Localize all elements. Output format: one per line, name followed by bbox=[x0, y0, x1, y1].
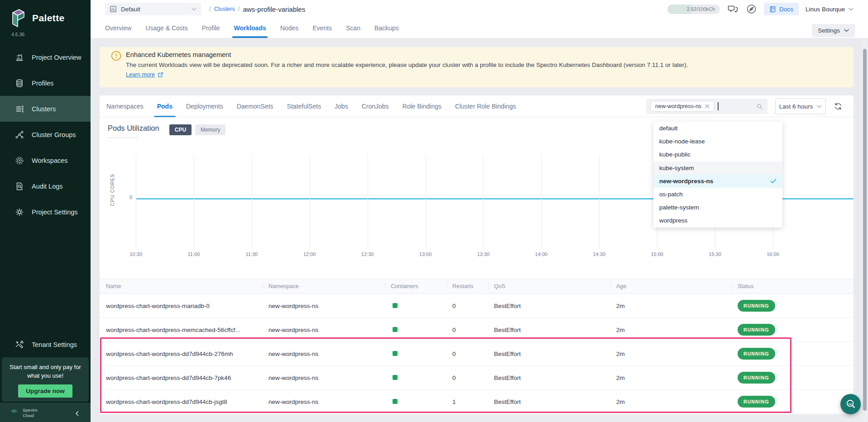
namespace-option-kube-node-lease[interactable]: kube-node-lease bbox=[653, 135, 782, 148]
sidebar-item-project-overview[interactable]: Project Overview bbox=[0, 44, 91, 70]
namespace-option-default[interactable]: default bbox=[653, 122, 782, 135]
vertical-scrollbar[interactable] bbox=[863, 41, 867, 422]
x-axis-tick-label: 14:00 bbox=[528, 251, 555, 257]
tab-scan[interactable]: Scan bbox=[346, 18, 360, 38]
cell-name: wordpress-chart-wordpress-dd7d944cb-7pk4… bbox=[106, 375, 263, 381]
tab-usage-costs[interactable]: Usage & Costs bbox=[145, 18, 187, 38]
namespace-option-label: kube-system bbox=[659, 165, 694, 171]
chevron-down-icon bbox=[192, 8, 197, 11]
sidebar-item-clusters[interactable]: Clusters bbox=[0, 96, 91, 122]
namespace-option-kube-public[interactable]: kube-public bbox=[653, 148, 782, 161]
chart-gridline bbox=[310, 155, 310, 249]
subtab-namespaces[interactable]: Namespaces bbox=[106, 95, 144, 117]
tab-profile[interactable]: Profile bbox=[202, 18, 220, 38]
toggle-cpu[interactable]: CPU bbox=[169, 124, 192, 135]
collapse-sidebar-icon[interactable] bbox=[75, 410, 82, 416]
x-axis-tick-label: 13:30 bbox=[470, 251, 497, 257]
x-axis-tick-label: 16:00 bbox=[759, 251, 786, 257]
cell-containers bbox=[385, 375, 446, 381]
sidebar-item-cluster-groups[interactable]: Cluster Groups bbox=[0, 122, 91, 147]
subtab-daemonsets[interactable]: DaemonSets bbox=[237, 95, 273, 117]
breadcrumb-clusters-link[interactable]: Clusters bbox=[214, 6, 235, 12]
project-selector[interactable]: Default bbox=[105, 3, 201, 15]
learn-more-link[interactable]: Learn more bbox=[126, 71, 163, 78]
toggle-memory[interactable]: Memory bbox=[195, 124, 225, 135]
cell-age: 2m bbox=[610, 398, 732, 405]
sidebar-item-profiles[interactable]: Profiles bbox=[0, 70, 91, 96]
x-axis-tick-label: 15:30 bbox=[701, 251, 729, 257]
scrollbar-thumb[interactable] bbox=[863, 49, 867, 411]
support-chat-button[interactable] bbox=[840, 394, 861, 414]
usage-quota-value: 2.52/100kCh bbox=[687, 5, 715, 14]
subtab-deployments[interactable]: Deployments bbox=[186, 95, 223, 117]
subtab-jobs[interactable]: Jobs bbox=[335, 95, 348, 117]
tab-nodes[interactable]: Nodes bbox=[280, 18, 298, 38]
column-header-age[interactable]: Age bbox=[610, 279, 732, 294]
cell-containers bbox=[385, 398, 446, 405]
chart-gridline bbox=[368, 155, 368, 249]
column-header-status[interactable]: Status bbox=[732, 279, 854, 294]
close-icon[interactable] bbox=[705, 104, 710, 109]
tenant-settings-icon bbox=[15, 340, 24, 349]
table-row[interactable]: wordpress-chart-wordpress-dd7d944cb-7pk4… bbox=[100, 366, 854, 390]
sidebar-item-label: Profiles bbox=[32, 80, 53, 87]
namespace-option-wordpress[interactable]: wordpress bbox=[653, 214, 782, 227]
chart-gridline bbox=[426, 155, 426, 249]
cell-age: 2m bbox=[610, 375, 732, 381]
time-range-select[interactable]: Last 6 hours bbox=[775, 98, 826, 114]
namespace-option-os-patch[interactable]: os-patch bbox=[653, 188, 782, 201]
help-compass-icon[interactable] bbox=[746, 4, 757, 14]
cell-restarts: 0 bbox=[446, 351, 488, 357]
x-axis-tick-label: 11:00 bbox=[180, 251, 207, 257]
table-row[interactable]: wordpress-chart-wordpress-dd7d944cb-jsgt… bbox=[100, 390, 854, 414]
palette-logo[interactable]: Palette bbox=[0, 0, 91, 28]
breadcrumb-separator: / bbox=[209, 5, 211, 13]
sidebar-item-tenant-settings[interactable]: Tenant Settings bbox=[0, 332, 91, 357]
book-icon bbox=[769, 6, 776, 13]
deprecation-banner: Enhanced Kubernetes management The curre… bbox=[100, 47, 854, 87]
upgrade-now-button[interactable]: Upgrade now bbox=[18, 384, 72, 398]
sidebar-item-project-settings[interactable]: Project Settings bbox=[0, 199, 91, 225]
subtab-pods[interactable]: Pods bbox=[157, 95, 173, 117]
sidebar-item-audit-logs[interactable]: Audit Logs bbox=[0, 173, 91, 199]
cell-restarts: 0 bbox=[446, 303, 488, 309]
subtab-cronjobs[interactable]: CronJobs bbox=[362, 95, 389, 117]
sidebar-item-label: Clusters bbox=[32, 105, 56, 113]
column-header-qos[interactable]: QoS bbox=[488, 279, 610, 294]
settings-button[interactable]: Settings bbox=[812, 24, 855, 37]
refresh-icon[interactable] bbox=[834, 102, 842, 110]
user-menu[interactable]: Linus Bourque bbox=[806, 6, 854, 13]
column-header-restarts[interactable]: Restarts bbox=[446, 279, 488, 294]
app-version: 4.6.36 bbox=[0, 28, 91, 37]
tab-workloads[interactable]: Workloads bbox=[234, 18, 266, 38]
tab-overview[interactable]: Overview bbox=[105, 18, 131, 38]
table-row[interactable]: wordpress-chart-wordpress-memcached-56cf… bbox=[100, 318, 854, 342]
tab-events[interactable]: Events bbox=[312, 18, 332, 38]
table-row[interactable]: wordpress-chart-wordpress-mariadb-0new-w… bbox=[100, 294, 854, 318]
column-header-name[interactable]: Name bbox=[106, 279, 263, 294]
subtab-cluster-role-bindings[interactable]: Cluster Role Bindings bbox=[455, 95, 516, 117]
column-header-containers[interactable]: Containers bbox=[385, 279, 446, 294]
cell-name: wordpress-chart-wordpress-mariadb-0 bbox=[106, 303, 263, 309]
x-axis-tick-label: 14:30 bbox=[585, 251, 613, 257]
subtab-role-bindings[interactable]: Role Bindings bbox=[403, 95, 441, 117]
docs-button[interactable]: Docs bbox=[764, 3, 799, 15]
table-row[interactable]: wordpress-chart-wordpress-dd7d944cb-276m… bbox=[100, 342, 854, 366]
chevron-down-icon bbox=[817, 105, 822, 108]
cell-containers bbox=[385, 351, 446, 357]
namespace-option-kube-system[interactable]: kube-system bbox=[653, 161, 782, 175]
cell-status: RUNNING bbox=[732, 300, 854, 312]
column-header-namespace[interactable]: Namespace bbox=[263, 279, 385, 294]
sidebar-item-label: Tenant Settings bbox=[32, 341, 77, 348]
namespace-option-new-wordpress-ns[interactable]: new-wordpress-ns bbox=[653, 175, 782, 188]
namespace-option-palette-system[interactable]: palette-system bbox=[653, 201, 782, 214]
cell-qos: BestEffort bbox=[488, 327, 610, 333]
subtab-statefulsets[interactable]: StatefulSets bbox=[287, 95, 321, 117]
sidebar-item-workspaces[interactable]: Workspaces bbox=[0, 147, 91, 173]
chart-gridline bbox=[541, 155, 542, 249]
namespace-filter-input[interactable]: new-wordpress-ns bbox=[646, 99, 767, 114]
chart-gridline bbox=[194, 155, 194, 249]
chat-icon[interactable] bbox=[727, 4, 739, 14]
docs-button-label: Docs bbox=[779, 6, 793, 13]
tab-backups[interactable]: Backups bbox=[374, 18, 399, 38]
